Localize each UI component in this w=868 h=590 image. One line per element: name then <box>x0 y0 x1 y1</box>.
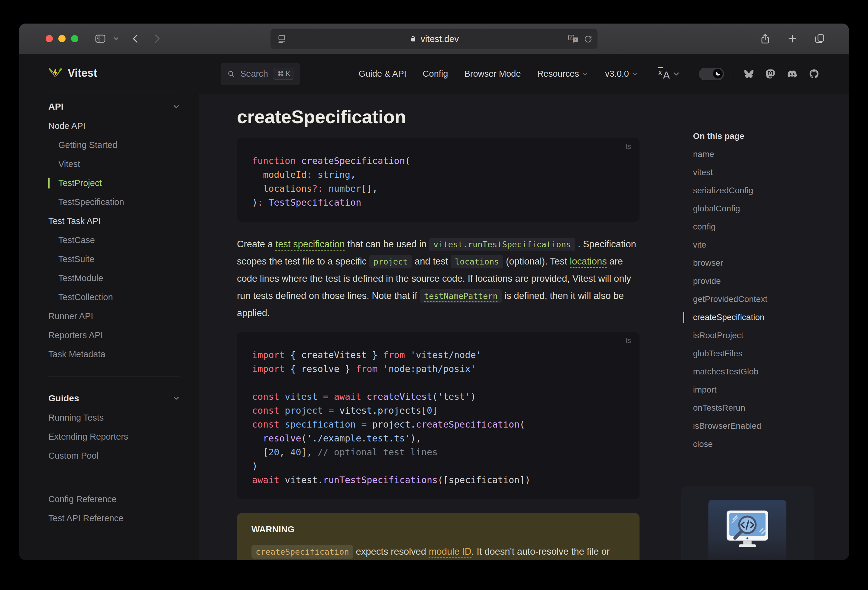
github-icon[interactable] <box>809 69 819 78</box>
sidebar-item-reporters-api[interactable]: Reporters API <box>48 326 180 345</box>
inline-code: locations <box>451 255 503 268</box>
navbar-divider <box>733 66 733 82</box>
logo-title: Vitest <box>68 67 97 79</box>
toc-item-createspecification[interactable]: createSpecification <box>693 308 826 327</box>
sidebar-group: APINode APIGetting StartedVitestTestProj… <box>48 93 180 364</box>
sidebar-item-testcase[interactable]: TestCase <box>58 231 180 250</box>
toc-item-isrootproject[interactable]: isRootProject <box>693 327 826 344</box>
chevron-down-icon <box>631 71 639 78</box>
discord-icon[interactable] <box>787 69 797 78</box>
sidebar-item-getting-started[interactable]: Getting Started <box>58 135 180 154</box>
sidebar-section-api[interactable]: API <box>48 97 180 116</box>
toc-item-vitest[interactable]: vitest <box>693 163 826 181</box>
reload-icon[interactable] <box>584 34 593 44</box>
code-inspection-icon <box>715 507 779 558</box>
nav-link-guide-api[interactable]: Guide & API <box>359 69 406 79</box>
sponsor-card[interactable] <box>681 486 814 560</box>
toc-item-provide[interactable]: provide <box>693 272 826 290</box>
toc-item-close[interactable]: close <box>693 435 826 453</box>
toc-item-vite[interactable]: vite <box>693 236 826 254</box>
new-tab-icon[interactable] <box>787 32 798 45</box>
sidebar-item-testcollection[interactable]: TestCollection <box>58 288 180 307</box>
language-menu[interactable]: xA <box>657 67 681 81</box>
sidebar-toggle-icon[interactable] <box>94 33 107 44</box>
svg-text:A: A <box>570 35 573 40</box>
warning-inline-code: createSpecification <box>251 545 353 559</box>
nav-link-resources[interactable]: Resources <box>537 69 589 79</box>
sidebar-chevron-down-icon[interactable] <box>113 35 120 42</box>
moon-icon <box>715 71 721 77</box>
sidebar: Vitest APINode APIGetting StartedVitestT… <box>19 54 199 560</box>
sidebar-item-runner-api[interactable]: Runner API <box>48 307 180 326</box>
chevron-down-icon <box>672 70 681 78</box>
chevron-down-icon <box>582 71 589 78</box>
tab-overview-icon[interactable] <box>814 32 825 45</box>
bluesky-icon[interactable] <box>744 69 754 78</box>
sidebar-group: Config ReferenceTest API Reference <box>48 486 180 528</box>
doc-link[interactable]: locations <box>570 256 607 266</box>
inline-code-link[interactable]: testNamePattern <box>420 289 502 303</box>
forward-button[interactable] <box>151 32 163 45</box>
doc-link[interactable]: test specification <box>276 239 345 249</box>
back-button[interactable] <box>130 32 142 45</box>
toc-item-browser[interactable]: browser <box>693 254 826 272</box>
search-button[interactable]: Search ⌘ K <box>221 63 300 85</box>
inline-code-link[interactable]: vitest.runTestSpecifications <box>429 238 575 251</box>
lock-icon <box>409 35 417 43</box>
toc-item-globtestfiles[interactable]: globTestFiles <box>693 344 826 363</box>
toc-item-name[interactable]: name <box>693 145 826 163</box>
code-block-signature: ts function createSpecification( moduleI… <box>237 138 639 222</box>
vitest-logo-icon <box>48 66 62 80</box>
warning-link[interactable]: module ID <box>429 546 471 557</box>
code-lang-badge: ts <box>626 143 631 151</box>
code-lang-badge: ts <box>626 337 631 345</box>
nav-link-browser-mode[interactable]: Browser Mode <box>464 69 521 79</box>
sponsor-illustration <box>709 500 787 560</box>
sidebar-item-testmodule[interactable]: TestModule <box>58 269 180 288</box>
toc-item-globalconfig[interactable]: globalConfig <box>693 200 826 218</box>
address-bar[interactable]: vitest.dev A x <box>270 28 598 50</box>
minimize-window-button[interactable] <box>58 35 66 42</box>
sidebar-item-task-metadata[interactable]: Task Metadata <box>48 345 180 364</box>
svg-text:x: x <box>574 38 576 41</box>
sidebar-item-test-api-reference[interactable]: Test API Reference <box>48 509 180 528</box>
toc-item-matchestestglob[interactable]: matchesTestGlob <box>693 363 826 381</box>
sidebar-item-extending-reporters[interactable]: Extending Reporters <box>48 427 180 446</box>
sidebar-nest: Getting StartedVitestTestProjectTestSpec… <box>49 135 180 212</box>
sidebar-item-running-tests[interactable]: Running Tests <box>48 408 180 427</box>
reader-view-icon[interactable] <box>277 34 286 44</box>
sidebar-item-config-reference[interactable]: Config Reference <box>48 490 180 509</box>
browser-window: vitest.dev A x <box>19 24 849 560</box>
sidebar-item-custom-pool[interactable]: Custom Pool <box>48 446 180 465</box>
sidebar-item-test-task-api[interactable]: Test Task API <box>48 212 180 231</box>
sidebar-item-vitest[interactable]: Vitest <box>58 154 180 174</box>
sidebar-section-guides[interactable]: Guides <box>48 388 180 408</box>
doc-paragraph: Create a test specification that can be … <box>237 235 639 322</box>
vitest-logo[interactable]: Vitest <box>48 54 180 93</box>
top-navbar: Search ⌘ K Guide & APIConfigBrowser Mode… <box>199 54 849 94</box>
doc-text: that can be used in <box>345 239 429 249</box>
zoom-window-button[interactable] <box>71 35 78 42</box>
toc-item-config[interactable]: config <box>693 218 826 236</box>
sidebar-item-testsuite[interactable]: TestSuite <box>58 250 180 269</box>
aside: On this page namevitestserializedConfigg… <box>683 94 826 453</box>
toc-item-getprovidedcontext[interactable]: getProvidedContext <box>693 290 826 308</box>
toc-item-import[interactable]: import <box>693 381 826 399</box>
mastodon-icon[interactable] <box>766 69 775 79</box>
sidebar-divider <box>48 377 180 377</box>
sidebar-item-testproject[interactable]: TestProject <box>58 174 180 193</box>
toc-item-isbrowserenabled[interactable]: isBrowserEnabled <box>693 417 826 435</box>
search-shortcut: ⌘ K <box>273 68 294 80</box>
nav-link-v3-0-0[interactable]: v3.0.0 <box>605 69 639 79</box>
sidebar-item-testspecification[interactable]: TestSpecification <box>58 193 180 212</box>
toc-item-serializedconfig[interactable]: serializedConfig <box>693 181 826 200</box>
sidebar-item-node-api[interactable]: Node API <box>48 116 180 135</box>
share-icon[interactable] <box>760 32 771 45</box>
toc-item-ontestsrerun[interactable]: onTestsRerun <box>693 399 826 417</box>
doc-text: and test <box>412 256 451 266</box>
theme-toggle[interactable] <box>699 68 724 80</box>
nav-link-config[interactable]: Config <box>423 69 448 79</box>
close-window-button[interactable] <box>46 35 53 42</box>
translate-icon[interactable]: A x <box>568 34 579 44</box>
browser-titlebar: vitest.dev A x <box>19 24 849 54</box>
